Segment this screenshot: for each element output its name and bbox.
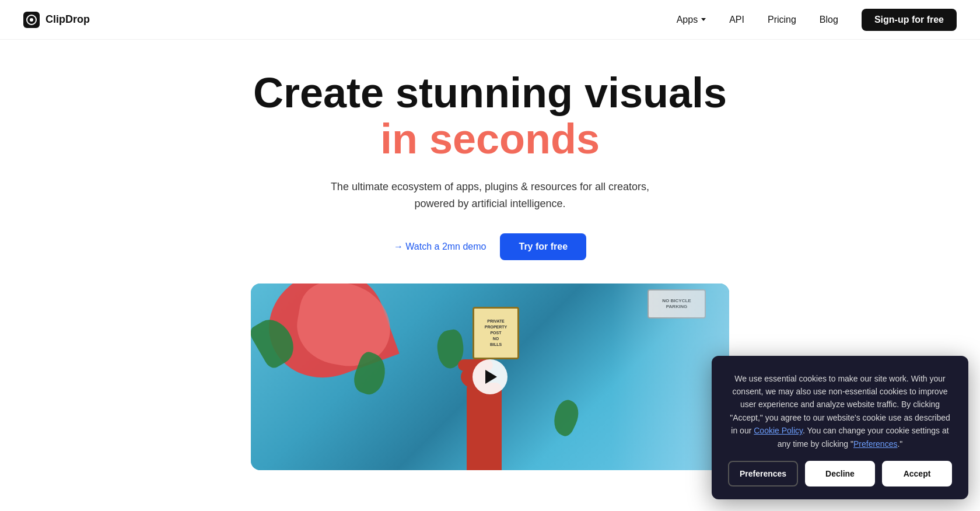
hero-subtitle-line2: powered by artificial intelligence. bbox=[414, 198, 565, 209]
hero-subtitle-line1: The ultimate ecosystem of apps, plugins … bbox=[331, 181, 649, 192]
decorative-shape-green-4 bbox=[548, 397, 584, 438]
logo-text: ClipDrop bbox=[46, 13, 90, 26]
private-property-sign: PRIVATE PROPERTY POST NO BILLS bbox=[473, 307, 519, 359]
hero-cta: → Watch a 2mn demo Try for free bbox=[394, 233, 586, 260]
hero-subtitle: The ultimate ecosystem of apps, plugins … bbox=[331, 178, 649, 212]
logo-icon bbox=[23, 12, 40, 28]
person-body bbox=[467, 383, 502, 470]
video-background: PRIVATE PROPERTY POST NO BILLS NO BICYCL… bbox=[251, 284, 729, 470]
nav-api[interactable]: API bbox=[729, 15, 744, 25]
play-triangle-icon bbox=[485, 370, 497, 384]
apps-chevron-down-icon bbox=[701, 18, 706, 21]
svg-point-2 bbox=[30, 18, 33, 22]
navbar: ClipDrop Apps API Pricing Blog Sign-up f… bbox=[0, 0, 980, 40]
nav-links: Apps API Pricing Blog Sign-up for free bbox=[677, 9, 957, 31]
video-container: PRIVATE PROPERTY POST NO BILLS NO BICYCL… bbox=[251, 284, 729, 470]
hero-title-line1: Create stunning visuals bbox=[253, 69, 727, 116]
signup-button[interactable]: Sign-up for free bbox=[862, 9, 957, 31]
logo[interactable]: ClipDrop bbox=[23, 12, 90, 28]
cookie-policy-link[interactable]: Cookie Policy bbox=[754, 426, 803, 435]
play-button[interactable] bbox=[473, 359, 508, 394]
try-for-free-button[interactable]: Try for free bbox=[500, 233, 586, 260]
cookie-banner: We use essential cookies to make our sit… bbox=[712, 356, 968, 470]
watch-demo-link[interactable]: → Watch a 2mn demo bbox=[394, 242, 487, 252]
cookie-text: We use essential cookies to make our sit… bbox=[728, 372, 952, 450]
cookie-buttons: Preferences Decline Accept bbox=[728, 461, 952, 470]
cookie-preferences-link[interactable]: Preferences bbox=[853, 439, 897, 449]
hero-title-accent: in seconds bbox=[253, 116, 727, 162]
nav-pricing[interactable]: Pricing bbox=[768, 15, 796, 25]
nav-apps[interactable]: Apps bbox=[677, 15, 706, 25]
cookie-decline-button[interactable]: Decline bbox=[805, 461, 875, 470]
nav-blog[interactable]: Blog bbox=[820, 15, 838, 25]
cookie-preferences-button[interactable]: Preferences bbox=[728, 461, 798, 470]
cookie-text-part3: ." bbox=[897, 439, 902, 449]
cookie-accept-button[interactable]: Accept bbox=[882, 461, 952, 470]
hero-title: Create stunning visuals in seconds bbox=[253, 70, 727, 162]
